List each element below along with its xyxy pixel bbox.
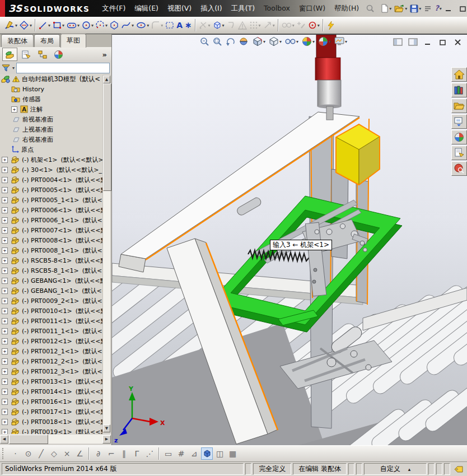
expand-icon[interactable]: + (2, 227, 8, 234)
save-document-button[interactable]: ▾ (409, 3, 422, 14)
sketch-button[interactable]: ▾ (3, 20, 18, 31)
expand-icon[interactable]: + (2, 338, 8, 344)
tree-item-27[interactable]: +(-) PRT0012_2<1>(默认<<默认>_ (0, 356, 102, 366)
menu-item-5[interactable]: Toolbox (259, 0, 295, 17)
tree-item-17[interactable]: +(-) RSCB5-8<1>(默认<<默认>_ (0, 255, 102, 265)
new-document-button[interactable]: ▾ (379, 3, 393, 14)
expand-icon[interactable]: + (2, 429, 8, 435)
tree-item-18[interactable]: +(-) RSCB5-8_1<1>(默认<<默认>_ (0, 265, 102, 276)
tree-item-25[interactable]: +(-) PRT0012<1>(默认<<默认>_ (0, 336, 102, 346)
help-button[interactable]: ?▾ (433, 5, 443, 12)
expand-icon[interactable]: + (2, 368, 8, 375)
menu-item-1[interactable]: 编辑(E) (130, 0, 163, 17)
doc-minimize-button[interactable] (422, 38, 433, 46)
selection-box-button[interactable] (164, 20, 175, 31)
expand-icon[interactable]: + (2, 409, 8, 415)
angle-snap-button[interactable]: ∠ (74, 447, 86, 460)
intersection-snap-button[interactable]: × (61, 447, 73, 460)
expand-icon[interactable]: + (2, 389, 8, 395)
display-style-button[interactable]: ▾ (268, 36, 283, 47)
corner-snap-button[interactable]: Γ (131, 447, 143, 460)
filter-funnel-icon[interactable] (2, 64, 10, 72)
configuration-manager-button[interactable] (35, 48, 50, 61)
expand-icon[interactable]: + (2, 268, 8, 274)
circle-button[interactable]: ▾ (81, 20, 95, 31)
tree-item-22[interactable]: +(-) PRT0010<1>(默认<<默认>_ (0, 306, 102, 316)
view-palette-tab[interactable] (451, 114, 467, 129)
custom-properties-tab[interactable] (451, 146, 467, 160)
feature-tree-button[interactable] (2, 48, 17, 61)
sketch-fillet-button[interactable]: ▾ (150, 20, 164, 31)
doc-restore-button[interactable] (437, 38, 449, 46)
nearest-snap-button[interactable]: ⌐ (105, 447, 117, 460)
expand-icon[interactable]: + (2, 348, 8, 354)
expand-icon[interactable]: + (2, 379, 8, 385)
expand-icon[interactable]: + (2, 278, 8, 284)
tag-icon[interactable] (452, 464, 465, 474)
tree-item-16[interactable]: +(-) PRT0008_1<1>(默认<<默认>_ (0, 245, 102, 255)
repair-sketch-button[interactable] (296, 20, 307, 31)
tree-item-12[interactable]: +(-) PRT0006<1>(默认<<默认>_ (0, 205, 102, 215)
vertical-scroll-thumb[interactable] (103, 83, 111, 191)
expand-icon[interactable]: + (2, 399, 8, 405)
expand-icon[interactable]: + (2, 419, 8, 425)
search-icon[interactable] (366, 4, 375, 13)
horizontal-scroll-thumb[interactable] (9, 435, 48, 444)
menu-item-6[interactable]: 窗口(W) (295, 0, 330, 17)
unit-dropdown-icon[interactable]: ▴ (408, 466, 411, 472)
split-view-button[interactable]: ◫ (214, 447, 226, 460)
sketch-warning-button[interactable] (237, 20, 248, 31)
smart-dimension-button[interactable]: ▾ (18, 20, 33, 31)
move-entities-button[interactable]: ▾ (262, 20, 276, 31)
expand-icon[interactable]: + (2, 217, 8, 223)
tree-item-7[interactable]: +(-) 机架<1>(默认<<默认>_ (0, 155, 102, 165)
tree-horizontal-scrollbar[interactable]: ◀ ▶ (0, 435, 111, 444)
expand-icon[interactable]: + (2, 298, 8, 304)
file-explorer-tab[interactable] (451, 99, 467, 113)
tree-item-9[interactable]: +(-) PRT0004<1>(默认<<默认>_ (0, 175, 102, 185)
expand-icon[interactable]: + (2, 167, 8, 173)
zoom-fit-button[interactable] (199, 36, 211, 47)
design-library-tab[interactable] (451, 83, 467, 97)
tree-item-11[interactable]: +(-) PRT0005_1<1>(默认<<默认>_ (0, 195, 102, 205)
line-button[interactable]: ▾ (38, 20, 52, 31)
table-view-button[interactable]: ▦ (227, 447, 239, 460)
tree-item-8[interactable]: +(-) 30<1>(默认<<默认>_ (0, 165, 102, 175)
tangent-snap-button[interactable]: ∂ (92, 447, 104, 460)
tree-item-21[interactable]: +(-) PRT0009_2<1>(默认<<默认>_ (0, 296, 102, 306)
center-snap-button[interactable]: ⊙ (22, 447, 34, 460)
expand-icon[interactable]: + (2, 308, 8, 314)
tree-item-34[interactable]: +(-) PRT0019<1>(默认<<默认>_ (0, 427, 102, 434)
points-snap-button[interactable]: ⋰ (144, 447, 156, 460)
tree-item-31[interactable]: +(-) PRT0016<1>(默认<<默认>_ (0, 396, 102, 407)
open-document-button[interactable]: ▾ (393, 3, 408, 14)
doc-pane-left-button[interactable] (392, 38, 403, 46)
tree-item-2[interactable]: +A注解 (0, 104, 102, 114)
scroll-left-icon[interactable]: ◀ (0, 435, 8, 444)
tree-item-29[interactable]: +(-) PRT0013<1>(默认<<默认>_ (0, 376, 102, 386)
expand-icon[interactable]: + (2, 258, 8, 264)
menu-item-4[interactable]: 工具(T) (227, 0, 259, 17)
menu-item-3[interactable]: 插入(I) (196, 0, 226, 17)
tree-vertical-scrollbar[interactable]: ▲ ▼ (102, 75, 111, 433)
display-delete-relations-button[interactable]: ▾ (281, 21, 296, 30)
scroll-right-icon[interactable]: ▶ (102, 435, 111, 444)
tree-item-3[interactable]: 前视基准面 (0, 114, 102, 124)
tree-item-0[interactable]: History (0, 84, 102, 94)
convert-entities-button[interactable]: ▾ (212, 20, 226, 31)
doc-close-button[interactable] (452, 38, 464, 46)
corner-rectangle-button[interactable]: ▾ (52, 20, 66, 31)
tree-item-19[interactable]: +(-) GEBANG<1>(默认<<默认>_ (0, 276, 102, 286)
doc-pane-right-button[interactable] (407, 38, 418, 46)
centerpoint-arc-button[interactable]: ▾ (95, 20, 109, 31)
solidworks-resources-tab[interactable] (451, 67, 467, 82)
triangle-snap-button[interactable]: ⊿ (188, 447, 200, 460)
expand-icon[interactable]: + (2, 237, 8, 244)
tree-item-24[interactable]: +(-) PRT0011_1<1>(默认<<默认>_ (0, 326, 102, 336)
view-orientation-button[interactable]: ▾ (251, 36, 267, 47)
expand-icon[interactable]: + (2, 157, 8, 163)
parallel-snap-button[interactable]: ∥ (118, 447, 130, 460)
shaded-view-button[interactable] (201, 447, 213, 460)
tree-item-14[interactable]: +(-) PRT0007<1>(默认<<默认>_ (0, 225, 102, 235)
expand-icon[interactable]: + (2, 288, 8, 294)
